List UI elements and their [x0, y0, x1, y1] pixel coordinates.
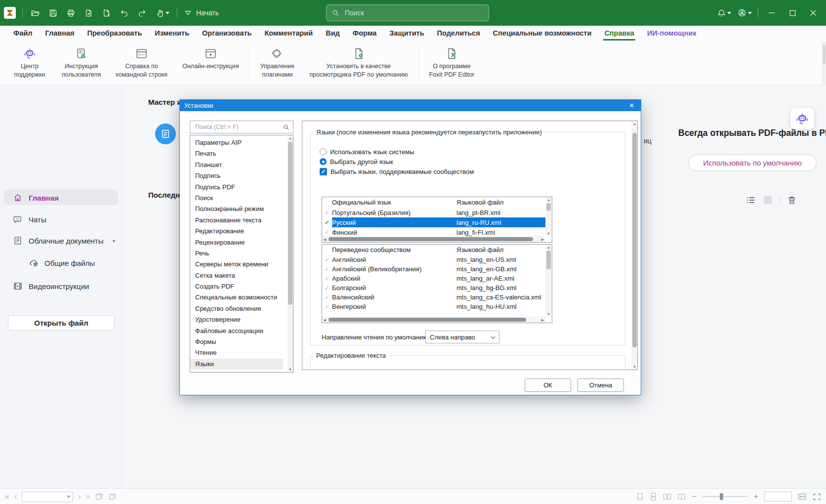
grid-view-icon[interactable] — [763, 195, 773, 205]
menu-item[interactable]: Изменить — [148, 26, 196, 41]
redo-icon[interactable] — [134, 5, 150, 21]
menu-item[interactable]: Вид — [319, 26, 346, 41]
category-item[interactable]: Сетка макета — [190, 270, 283, 281]
menu-item[interactable]: Организовать — [196, 26, 258, 41]
previous-page-button[interactable]: ‹ — [14, 493, 17, 501]
table-vertical-scrollbar[interactable]: ▲▼ — [545, 197, 552, 236]
scroll-down-icon[interactable]: ▼ — [288, 367, 293, 372]
book-view-icon[interactable] — [677, 493, 686, 501]
category-item[interactable]: Редактирование — [190, 226, 283, 237]
snapshot-icon[interactable] — [95, 493, 103, 501]
ribbon-support-center[interactable]: Центр поддержки — [5, 44, 54, 79]
zoom-out-button[interactable]: − — [692, 493, 696, 501]
checkbox-text-direction[interactable]: ✓ Разрешить изменять направление текста — [320, 369, 454, 370]
ribbon-manage-plugins[interactable]: Управление плагинами — [252, 44, 302, 79]
sidebar-item-video-tutorials[interactable]: Видеоинструкции — [0, 279, 122, 293]
scroll-up-icon[interactable]: ▲ — [288, 135, 293, 141]
close-button[interactable] — [803, 5, 823, 21]
category-item[interactable]: Подпись — [190, 170, 283, 181]
dialog-search-box[interactable] — [190, 121, 293, 133]
sidebar-item-chats[interactable]: Чаты — [0, 212, 122, 226]
language-row[interactable]: ✓ Венгерский mts_lang_hu-HU.xml — [322, 302, 545, 311]
table-horizontal-scrollbar[interactable]: ◀▶ — [322, 236, 545, 242]
next-page-button[interactable]: › — [78, 493, 81, 501]
category-item[interactable]: Рецензирование — [190, 237, 283, 248]
category-item[interactable]: Планшет — [190, 160, 283, 170]
menu-item[interactable]: Форма — [346, 26, 383, 41]
zoom-slider-thumb[interactable] — [720, 493, 723, 500]
menu-item[interactable]: Защитить — [383, 26, 430, 41]
chevron-down-icon[interactable]: ▾ — [113, 238, 115, 244]
language-row[interactable]: ✓ Финский lang_fi-FI.xml — [322, 227, 545, 236]
language-row[interactable]: ✓ Английский (Великобритания) mts_lang_e… — [322, 264, 545, 274]
category-item[interactable]: Удостоверение — [190, 314, 283, 325]
ok-button[interactable]: ОК — [525, 378, 571, 392]
zoom-slider[interactable] — [702, 496, 748, 497]
print-icon[interactable] — [63, 5, 79, 21]
category-item[interactable]: Параметры AIP — [190, 137, 283, 148]
dialog-close-icon[interactable]: ✕ — [627, 102, 636, 109]
facing-view-icon[interactable] — [663, 493, 671, 501]
category-item[interactable]: Файловые ассоциации — [190, 326, 283, 336]
sidebar-item-shared-files[interactable]: Общие файлы — [0, 256, 122, 270]
category-item[interactable]: Специальные возможности — [190, 292, 283, 303]
open-file-icon[interactable] — [27, 5, 43, 21]
menu-item[interactable]: Главная — [39, 26, 81, 41]
language-row[interactable]: ✓ Английский mts_lang_en-US.xml — [322, 255, 545, 264]
scroll-up-icon[interactable]: ▲ — [632, 121, 637, 126]
ribbon-set-default-viewer[interactable]: Установить в качестве просмотрщика PDF п… — [302, 44, 415, 79]
first-page-button[interactable]: « — [5, 493, 9, 501]
radio-system-language[interactable]: Использовать язык системы — [320, 148, 414, 156]
category-item[interactable]: Чтение — [190, 347, 283, 358]
category-item[interactable]: Формы — [190, 336, 283, 347]
scroll-down-icon[interactable]: ▼ — [632, 364, 637, 370]
global-search-box[interactable] — [326, 4, 489, 21]
language-row[interactable]: ✓ Португальский (Бразилия) lang_pt-BR.xm… — [322, 208, 545, 217]
ribbon-commandline-help[interactable]: C:\ Справка по командной строке — [108, 44, 175, 79]
save-icon[interactable] — [45, 5, 61, 21]
radio-choose-language[interactable]: Выбрать другой язык — [320, 158, 393, 166]
dialog-search-input[interactable] — [194, 123, 280, 131]
menu-item[interactable]: Файл — [7, 26, 39, 41]
scrollbar-thumb[interactable] — [288, 142, 292, 305]
category-item[interactable]: Подпись PDF — [190, 182, 283, 193]
search-input[interactable] — [344, 8, 464, 17]
undo-icon[interactable] — [116, 5, 132, 21]
account-avatar-icon[interactable] — [735, 5, 754, 21]
category-list-scrollbar[interactable]: ▲ ▼ — [288, 135, 293, 372]
hand-tool-icon[interactable] — [152, 5, 172, 21]
menu-item[interactable]: Комментарий — [258, 26, 320, 41]
continuous-view-icon[interactable] — [650, 493, 657, 501]
ribbon-about[interactable]: О программе Foxit PDF Editor — [422, 44, 482, 79]
last-page-button[interactable]: » — [86, 493, 90, 501]
menu-item[interactable]: Поделиться — [431, 26, 487, 41]
category-item[interactable]: Языки — [190, 359, 283, 370]
ribbon-online-tutorial[interactable]: Онлайн-инструкция — [175, 44, 246, 71]
menu-item[interactable]: Справка — [598, 26, 640, 41]
list-view-icon[interactable] — [746, 195, 756, 205]
notifications-bell-icon[interactable] — [714, 5, 734, 21]
checkbox-community-languages[interactable]: ✓ Выбрать языки, поддерживаемые сообщест… — [320, 168, 474, 175]
use-as-default-button[interactable]: Использовать по умолчанию — [688, 155, 817, 171]
table-horizontal-scrollbar[interactable]: ◀▶ — [322, 317, 545, 323]
category-item[interactable]: Печать — [190, 148, 283, 159]
language-row[interactable]: ✓ Валенсийский mts_lang_ca-ES-valencia.x… — [322, 293, 545, 302]
category-item[interactable]: Поиск — [190, 193, 283, 204]
language-row[interactable]: ✓ Арабский mts_lang_ar-AE.xml — [322, 274, 545, 283]
sidebar-item-cloud-documents[interactable]: Облачные документы ▾ — [0, 234, 122, 248]
cancel-button[interactable]: Отмена — [578, 378, 624, 392]
category-item[interactable]: Создать PDF — [190, 281, 283, 292]
export-page-icon[interactable] — [81, 5, 96, 21]
zoom-in-button[interactable]: + — [754, 493, 758, 501]
trash-icon[interactable] — [787, 195, 797, 205]
language-row[interactable]: ✓ Болгарский mts_lang_bg-BG.xml — [322, 283, 545, 293]
menu-item[interactable]: Преобразовать — [81, 26, 149, 41]
category-item[interactable]: Речь — [190, 248, 283, 259]
single-page-view-icon[interactable] — [636, 493, 644, 501]
fullscreen-icon[interactable] — [813, 493, 821, 501]
category-item[interactable]: Средство обновления — [190, 303, 283, 314]
ribbon-user-manual[interactable]: Инструкция пользователя — [54, 44, 108, 79]
dialog-titlebar[interactable]: Установки ✕ — [180, 100, 641, 111]
page-number-input[interactable] — [22, 492, 73, 502]
category-item[interactable]: Полноэкранный режим — [190, 204, 283, 214]
